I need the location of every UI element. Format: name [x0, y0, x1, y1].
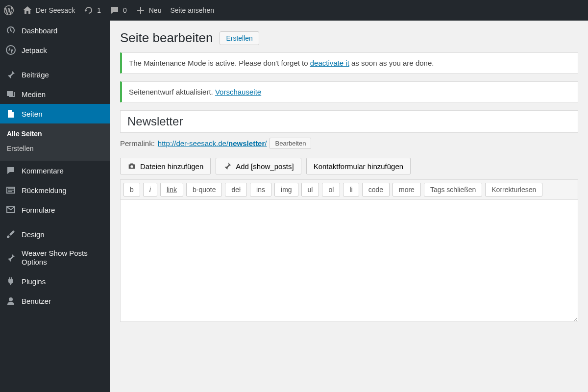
- qt-del[interactable]: del: [225, 183, 247, 196]
- envelope-icon: [6, 205, 16, 215]
- sidebar-item-label: Benutzer: [22, 297, 51, 305]
- pin-icon: [6, 70, 16, 79]
- media-buttons-row: Dateien hinzufügen Add [show_posts] Kont…: [120, 158, 578, 174]
- add-media-button[interactable]: Dateien hinzufügen: [120, 158, 211, 174]
- qt-close-tags[interactable]: Tags schließen: [424, 183, 482, 196]
- admin-sidebar: Dashboard Jetpack Beiträge Medien Seiten…: [0, 21, 110, 392]
- plugin-icon: [6, 276, 16, 286]
- qt-ins[interactable]: ins: [250, 183, 271, 196]
- user-icon: [6, 296, 16, 306]
- sidebar-item-plugins[interactable]: Plugins: [0, 271, 110, 291]
- add-contactform-button[interactable]: Kontaktformular hinzufügen: [306, 158, 411, 174]
- sidebar-item-media[interactable]: Medien: [0, 84, 110, 104]
- notice-text: The Maintenance Mode is active. Please d…: [129, 59, 310, 67]
- updates-count: 1: [97, 6, 101, 14]
- qt-link[interactable]: link: [160, 183, 183, 196]
- sidebar-item-pages[interactable]: Seiten: [0, 104, 110, 123]
- sidebar-item-feedback[interactable]: Rückmeldung: [0, 180, 110, 200]
- submenu-item-all-pages[interactable]: Alle Seiten: [0, 126, 110, 141]
- home-icon: [23, 5, 32, 15]
- comments-link[interactable]: 0: [110, 5, 127, 15]
- new-content-link[interactable]: Neu: [136, 5, 162, 15]
- admin-toolbar: Der Seesack 1 0 Neu Seite ansehen: [0, 0, 588, 21]
- sidebar-item-label: Plugins: [22, 277, 46, 286]
- sidebar-item-label: Design: [22, 230, 45, 239]
- button-label: Kontaktformular hinzufügen: [314, 162, 403, 171]
- sidebar-item-weaver[interactable]: Weaver Show Posts Options: [0, 244, 110, 271]
- button-label: Dateien hinzufügen: [140, 162, 203, 171]
- site-name-link[interactable]: Der Seesack: [23, 5, 75, 15]
- qt-blockquote[interactable]: b-quote: [186, 183, 222, 196]
- button-label: Add [show_posts]: [236, 162, 294, 171]
- quicktags-toolbar: b i link b-quote del ins img ul ol li co…: [120, 179, 578, 199]
- pin-icon: [223, 162, 232, 171]
- page-title-input[interactable]: [120, 110, 578, 133]
- sidebar-item-jetpack[interactable]: Jetpack: [0, 40, 110, 60]
- sidebar-item-label: Dashboard: [22, 26, 57, 35]
- page-heading-row: Seite bearbeiten Erstellen: [120, 30, 578, 46]
- feedback-icon: [6, 185, 16, 195]
- sidebar-item-label: Jetpack: [22, 46, 47, 54]
- notice-preview-link[interactable]: Vorschauseite: [215, 88, 261, 96]
- sidebar-item-label: Rückmeldung: [22, 186, 67, 195]
- sidebar-item-label: Kommentare: [22, 167, 64, 175]
- main-content: Seite bearbeiten Erstellen The Maintenan…: [110, 21, 588, 392]
- qt-ul[interactable]: ul: [301, 183, 319, 196]
- notice-text: Seitenentwurf aktualisiert.: [129, 88, 215, 96]
- site-name-text: Der Seesack: [36, 6, 75, 14]
- refresh-icon: [84, 5, 94, 15]
- comments-count: 0: [123, 6, 127, 14]
- notice-draft-updated: Seitenentwurf aktualisiert. Vorschauseit…: [120, 81, 578, 102]
- sidebar-submenu-pages: Alle Seiten Erstellen: [0, 123, 110, 161]
- qt-more[interactable]: more: [392, 183, 421, 196]
- sidebar-item-label: Weaver Show Posts Options: [22, 249, 104, 267]
- sidebar-item-comments[interactable]: Kommentare: [0, 161, 110, 180]
- permalink-label: Permalink:: [120, 139, 155, 147]
- edit-permalink-button[interactable]: Bearbeiten: [270, 138, 311, 149]
- qt-proofread[interactable]: Korrekturlesen: [485, 183, 542, 196]
- qt-li[interactable]: li: [343, 183, 359, 196]
- notice-text: as soon as you are done.: [349, 59, 434, 67]
- create-page-button[interactable]: Erstellen: [220, 31, 259, 45]
- page-title: Seite bearbeiten: [120, 30, 213, 46]
- sidebar-item-label: Formulare: [22, 206, 55, 214]
- notice-maintenance: The Maintenance Mode is active. Please d…: [120, 52, 578, 74]
- permalink-url[interactable]: http://der-seesack.de/newsletter/: [158, 139, 267, 147]
- sidebar-item-posts[interactable]: Beiträge: [0, 65, 110, 84]
- plus-icon: [136, 5, 146, 15]
- camera-icon: [127, 162, 136, 171]
- sidebar-item-forms[interactable]: Formulare: [0, 200, 110, 220]
- wordpress-icon: [4, 5, 14, 15]
- updates-link[interactable]: 1: [84, 5, 101, 15]
- view-page-link[interactable]: Seite ansehen: [170, 6, 214, 14]
- content-editor[interactable]: [120, 199, 578, 322]
- notice-deactivate-link[interactable]: deactivate it: [310, 59, 349, 67]
- sidebar-item-label: Medien: [22, 90, 46, 98]
- media-icon: [6, 89, 16, 99]
- pin-icon: [6, 253, 16, 263]
- qt-italic[interactable]: i: [143, 183, 157, 196]
- sidebar-item-users[interactable]: Benutzer: [0, 291, 110, 311]
- comment-icon: [110, 5, 120, 15]
- sidebar-item-appearance[interactable]: Design: [0, 224, 110, 244]
- permalink-row: Permalink: http://der-seesack.de/newslet…: [120, 138, 578, 149]
- sidebar-item-dashboard[interactable]: Dashboard: [0, 21, 110, 40]
- sidebar-item-label: Beiträge: [22, 71, 49, 79]
- qt-bold[interactable]: b: [123, 183, 140, 196]
- comment-icon: [6, 166, 16, 175]
- new-label: Neu: [149, 6, 162, 14]
- qt-img[interactable]: img: [274, 183, 298, 196]
- svg-point-0: [6, 46, 15, 54]
- brush-icon: [6, 229, 16, 239]
- wp-logo[interactable]: [4, 5, 14, 15]
- qt-code[interactable]: code: [362, 183, 390, 196]
- qt-ol[interactable]: ol: [322, 183, 340, 196]
- pages-icon: [6, 109, 16, 119]
- svg-point-2: [9, 297, 13, 301]
- dashboard-icon: [6, 25, 16, 35]
- add-showposts-button[interactable]: Add [show_posts]: [216, 158, 301, 174]
- view-page-label: Seite ansehen: [170, 6, 214, 14]
- sidebar-item-label: Seiten: [22, 110, 43, 118]
- submenu-item-create-page[interactable]: Erstellen: [0, 141, 110, 156]
- jetpack-icon: [6, 45, 16, 55]
